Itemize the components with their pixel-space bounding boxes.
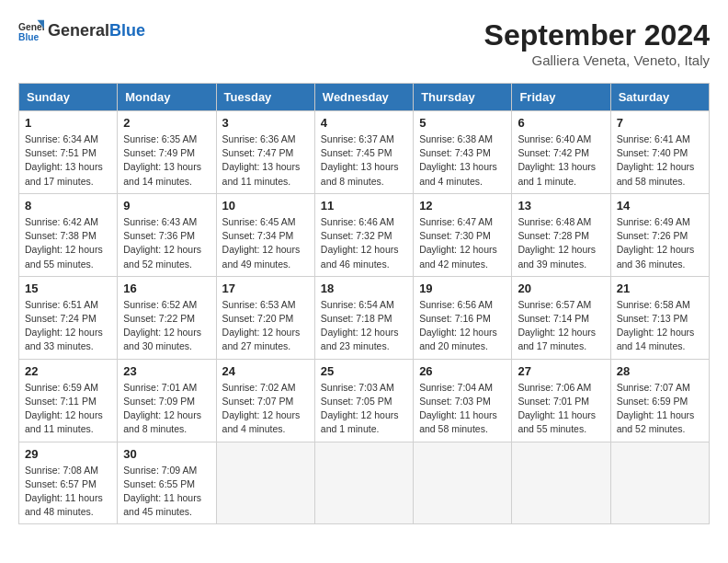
day-detail: Sunrise: 7:08 AM Sunset: 6:57 PM Dayligh… — [25, 464, 111, 520]
title-section: September 2024 Galliera Veneta, Veneto, … — [484, 18, 710, 68]
day-detail: Sunrise: 6:41 AM Sunset: 7:40 PM Dayligh… — [617, 132, 703, 189]
calendar-header: SundayMondayTuesdayWednesdayThursdayFrid… — [19, 84, 710, 111]
location-subtitle: Galliera Veneta, Veneto, Italy — [484, 52, 710, 68]
calendar-cell: 16 Sunrise: 6:52 AM Sunset: 7:22 PM Dayl… — [118, 276, 216, 359]
calendar-cell: 27 Sunrise: 7:06 AM Sunset: 7:01 PM Dayl… — [512, 359, 610, 442]
day-number: 28 — [617, 364, 703, 378]
day-header-saturday: Saturday — [610, 84, 709, 111]
day-number: 30 — [123, 447, 210, 461]
calendar-cell — [610, 442, 709, 524]
calendar-cell: 17 Sunrise: 6:53 AM Sunset: 7:20 PM Dayl… — [216, 276, 314, 359]
day-detail: Sunrise: 6:48 AM Sunset: 7:28 PM Dayligh… — [518, 215, 604, 271]
logo: General Blue GeneralBlue — [18, 18, 145, 44]
day-number: 15 — [25, 282, 111, 295]
day-header-sunday: Sunday — [19, 84, 118, 111]
day-header-monday: Monday — [118, 84, 216, 111]
day-number: 19 — [419, 282, 506, 295]
day-detail: Sunrise: 7:01 AM Sunset: 7:09 PM Dayligh… — [123, 381, 210, 437]
day-detail: Sunrise: 6:45 AM Sunset: 7:34 PM Dayligh… — [222, 215, 309, 271]
calendar-cell: 25 Sunrise: 7:03 AM Sunset: 7:05 PM Dayl… — [314, 359, 413, 442]
day-header-wednesday: Wednesday — [314, 84, 413, 111]
calendar-cell: 1 Sunrise: 6:34 AM Sunset: 7:51 PM Dayli… — [19, 111, 118, 194]
logo-blue-text: Blue — [109, 21, 145, 40]
calendar-cell: 7 Sunrise: 6:41 AM Sunset: 7:40 PM Dayli… — [610, 111, 709, 194]
day-number: 4 — [321, 116, 407, 130]
calendar-cell: 8 Sunrise: 6:42 AM Sunset: 7:38 PM Dayli… — [19, 193, 118, 276]
day-number: 10 — [222, 199, 309, 213]
calendar-week-4: 22 Sunrise: 6:59 AM Sunset: 7:11 PM Dayl… — [19, 359, 710, 442]
day-number: 21 — [617, 282, 703, 295]
calendar-cell: 30 Sunrise: 7:09 AM Sunset: 6:55 PM Dayl… — [118, 442, 216, 524]
calendar-cell — [314, 442, 413, 524]
calendar-cell: 20 Sunrise: 6:57 AM Sunset: 7:14 PM Dayl… — [512, 276, 610, 359]
svg-text:Blue: Blue — [18, 32, 40, 42]
day-number: 3 — [222, 116, 309, 130]
day-number: 13 — [518, 199, 604, 213]
calendar-cell: 13 Sunrise: 6:48 AM Sunset: 7:28 PM Dayl… — [512, 193, 610, 276]
calendar-cell: 11 Sunrise: 6:46 AM Sunset: 7:32 PM Dayl… — [314, 193, 413, 276]
calendar-cell: 24 Sunrise: 7:02 AM Sunset: 7:07 PM Dayl… — [216, 359, 314, 442]
day-number: 9 — [123, 199, 210, 213]
calendar-cell: 23 Sunrise: 7:01 AM Sunset: 7:09 PM Dayl… — [118, 359, 216, 442]
calendar-cell: 12 Sunrise: 6:47 AM Sunset: 7:30 PM Dayl… — [414, 193, 512, 276]
day-header-friday: Friday — [512, 84, 610, 111]
day-detail: Sunrise: 6:37 AM Sunset: 7:45 PM Dayligh… — [321, 132, 407, 189]
day-number: 12 — [419, 199, 506, 213]
day-detail: Sunrise: 7:09 AM Sunset: 6:55 PM Dayligh… — [123, 464, 210, 520]
day-detail: Sunrise: 6:47 AM Sunset: 7:30 PM Dayligh… — [419, 215, 506, 271]
calendar-week-3: 15 Sunrise: 6:51 AM Sunset: 7:24 PM Dayl… — [19, 276, 710, 359]
day-number: 27 — [518, 364, 604, 378]
day-number: 6 — [518, 116, 604, 130]
day-detail: Sunrise: 6:46 AM Sunset: 7:32 PM Dayligh… — [321, 215, 407, 271]
day-detail: Sunrise: 7:06 AM Sunset: 7:01 PM Dayligh… — [518, 381, 604, 437]
day-number: 7 — [617, 116, 703, 130]
calendar-cell: 14 Sunrise: 6:49 AM Sunset: 7:26 PM Dayl… — [610, 193, 709, 276]
calendar-table: SundayMondayTuesdayWednesdayThursdayFrid… — [18, 83, 710, 524]
calendar-cell: 28 Sunrise: 7:07 AM Sunset: 6:59 PM Dayl… — [610, 359, 709, 442]
page-header: General Blue GeneralBlue September 2024 … — [18, 18, 710, 68]
day-number: 24 — [222, 364, 309, 378]
day-detail: Sunrise: 6:59 AM Sunset: 7:11 PM Dayligh… — [25, 381, 111, 437]
calendar-cell: 6 Sunrise: 6:40 AM Sunset: 7:42 PM Dayli… — [512, 111, 610, 194]
day-number: 25 — [321, 364, 407, 378]
day-number: 16 — [123, 282, 210, 295]
day-number: 8 — [25, 199, 111, 213]
calendar-cell: 10 Sunrise: 6:45 AM Sunset: 7:34 PM Dayl… — [216, 193, 314, 276]
day-detail: Sunrise: 7:07 AM Sunset: 6:59 PM Dayligh… — [617, 381, 703, 437]
day-number: 17 — [222, 282, 309, 295]
day-number: 20 — [518, 282, 604, 295]
day-detail: Sunrise: 6:38 AM Sunset: 7:43 PM Dayligh… — [419, 132, 506, 189]
day-detail: Sunrise: 6:34 AM Sunset: 7:51 PM Dayligh… — [25, 132, 111, 189]
day-number: 23 — [123, 364, 210, 378]
day-detail: Sunrise: 7:03 AM Sunset: 7:05 PM Dayligh… — [321, 381, 407, 437]
calendar-cell: 15 Sunrise: 6:51 AM Sunset: 7:24 PM Dayl… — [19, 276, 118, 359]
day-number: 29 — [25, 447, 111, 461]
calendar-cell: 19 Sunrise: 6:56 AM Sunset: 7:16 PM Dayl… — [414, 276, 512, 359]
days-of-week-row: SundayMondayTuesdayWednesdayThursdayFrid… — [19, 84, 710, 111]
day-number: 1 — [25, 116, 111, 130]
month-year-title: September 2024 — [484, 18, 710, 52]
day-detail: Sunrise: 6:51 AM Sunset: 7:24 PM Dayligh… — [25, 298, 111, 354]
day-detail: Sunrise: 6:36 AM Sunset: 7:47 PM Dayligh… — [222, 132, 309, 189]
day-detail: Sunrise: 7:04 AM Sunset: 7:03 PM Dayligh… — [419, 381, 506, 437]
calendar-body: 1 Sunrise: 6:34 AM Sunset: 7:51 PM Dayli… — [19, 111, 710, 524]
day-number: 5 — [419, 116, 506, 130]
calendar-cell — [414, 442, 512, 524]
day-detail: Sunrise: 6:52 AM Sunset: 7:22 PM Dayligh… — [123, 298, 210, 354]
day-number: 11 — [321, 199, 407, 213]
day-detail: Sunrise: 6:42 AM Sunset: 7:38 PM Dayligh… — [25, 215, 111, 271]
calendar-cell: 22 Sunrise: 6:59 AM Sunset: 7:11 PM Dayl… — [19, 359, 118, 442]
day-detail: Sunrise: 6:43 AM Sunset: 7:36 PM Dayligh… — [123, 215, 210, 271]
calendar-week-1: 1 Sunrise: 6:34 AM Sunset: 7:51 PM Dayli… — [19, 111, 710, 194]
day-number: 14 — [617, 199, 703, 213]
calendar-cell: 21 Sunrise: 6:58 AM Sunset: 7:13 PM Dayl… — [610, 276, 709, 359]
calendar-cell: 4 Sunrise: 6:37 AM Sunset: 7:45 PM Dayli… — [314, 111, 413, 194]
day-detail: Sunrise: 6:58 AM Sunset: 7:13 PM Dayligh… — [617, 298, 703, 354]
calendar-week-2: 8 Sunrise: 6:42 AM Sunset: 7:38 PM Dayli… — [19, 193, 710, 276]
day-number: 18 — [321, 282, 407, 295]
calendar-cell — [216, 442, 314, 524]
calendar-week-5: 29 Sunrise: 7:08 AM Sunset: 6:57 PM Dayl… — [19, 442, 710, 524]
day-detail: Sunrise: 6:35 AM Sunset: 7:49 PM Dayligh… — [123, 132, 210, 189]
day-header-tuesday: Tuesday — [216, 84, 314, 111]
day-number: 26 — [419, 364, 506, 378]
